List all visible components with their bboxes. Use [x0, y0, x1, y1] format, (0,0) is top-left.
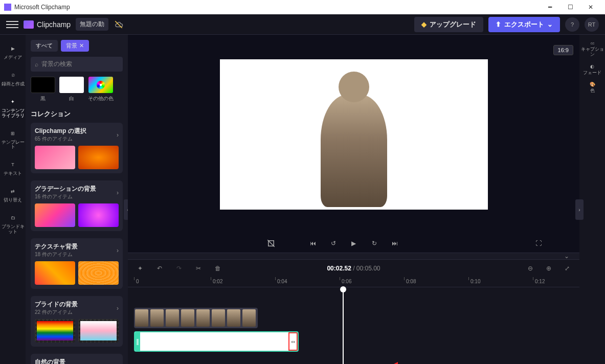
timeline-toolbar: ✦ ↶ ↷ ✂ 🗑 00:02.52 / 00:05.00 ⊖ ⊕ ⤢ [128, 260, 579, 277]
collections-header: コレクション [26, 105, 128, 121]
nav-transitions[interactable]: ⇄切り替え [0, 184, 26, 206]
close-button[interactable]: ✕ [580, 0, 601, 14]
window-title: Microsoft Clipchamp [14, 4, 540, 11]
fullscreen-button[interactable]: ⛶ [532, 237, 545, 249]
collection-nature-bg[interactable]: 自然の背景16 件のアイテム› [31, 354, 123, 364]
chevron-down-icon: ⌄ [547, 20, 553, 28]
track-clip-video[interactable] [134, 308, 258, 328]
sync-status-icon[interactable] [114, 20, 124, 29]
timeline-ruler[interactable]: 0 0:02 0:04 0:06 0:08 0:10 0:12 [128, 277, 579, 287]
timeline-expand-toggle[interactable]: ⌄ [128, 253, 579, 260]
help-button[interactable]: ? [565, 17, 579, 32]
inspector-color[interactable]: 🎨色 [590, 82, 595, 94]
right-inspector-rail: ㏄キャプション ◐フェード 🎨色 › [579, 35, 605, 364]
collection-gradient-bg[interactable]: グラデーションの背景16 件のアイテム› [31, 180, 123, 231]
user-avatar[interactable]: RT [585, 17, 599, 32]
skip-start-button[interactable]: ⏮ [307, 237, 319, 249]
swatch-black[interactable]: 黒 [31, 77, 55, 102]
cc-icon: ㏄ [590, 41, 595, 46]
clip-handle-right[interactable]: ⇔ [288, 332, 298, 351]
nav-record[interactable]: ⎚録画と作成 [0, 67, 26, 90]
camera-icon: ⎚ [8, 71, 18, 81]
search-placeholder: 背景の検索 [41, 60, 72, 69]
forward-button[interactable]: ↻ [368, 237, 380, 249]
chevron-right-icon: › [117, 305, 119, 312]
preview-content-cat [321, 95, 387, 207]
brand-logo[interactable]: Clipchamp [24, 20, 71, 29]
app-icon [4, 4, 11, 11]
zoom-out-button[interactable]: ⊖ [524, 262, 536, 275]
annotation-arrow [392, 359, 423, 364]
inspector-captions[interactable]: ㏄キャプション [579, 41, 605, 57]
timecode-display: 00:02.52 / 00:05.00 [327, 265, 380, 272]
nav-media[interactable]: ▶メディア [0, 41, 26, 63]
filter-chip-background[interactable]: 背景✕ [61, 40, 89, 52]
playback-controls: ⏮ ↺ ▶ ↻ ⏭ ⛶ [128, 234, 579, 253]
aspect-ratio-selector[interactable]: 16:9 [553, 45, 573, 55]
search-icon: ⌕ [35, 61, 38, 68]
chevron-right-icon: › [117, 189, 119, 196]
content-panel: すべて 背景✕ ⌕ 背景の検索 黒 白 その他の色 コレクション Clipcha… [26, 35, 128, 364]
redo-button[interactable]: ↷ [173, 262, 185, 275]
rewind-button[interactable]: ↺ [327, 237, 340, 249]
collapse-inspector-button[interactable]: › [575, 199, 584, 220]
magic-button[interactable]: ✦ [134, 262, 146, 275]
inspector-fade[interactable]: ◐フェード [583, 64, 601, 76]
search-input[interactable]: ⌕ 背景の検索 [31, 57, 123, 72]
clip-handle-left[interactable]: ‖ [135, 332, 140, 351]
transitions-icon: ⇄ [8, 187, 18, 197]
nav-text[interactable]: Tテキスト [0, 157, 26, 179]
collection-pride-bg[interactable]: プライドの背景22 件のアイテム› [31, 296, 123, 347]
brandkit-icon: 🗀 [8, 213, 18, 223]
menu-button[interactable] [6, 18, 18, 31]
fit-timeline-button[interactable]: ⤢ [561, 262, 573, 275]
timeline-tracks[interactable]: ‖ ⇔ [128, 287, 579, 355]
close-icon[interactable]: ✕ [79, 42, 84, 49]
split-button[interactable]: ✂ [192, 262, 205, 275]
text-icon: T [8, 160, 18, 170]
templates-icon: ⊞ [8, 129, 18, 139]
diamond-icon: ◆ [421, 20, 427, 28]
left-nav-rail: ▶メディア ⎚録画と作成 ✦コンテンツライブラリ ⊞テンプレート Tテキスト ⇄… [0, 35, 26, 364]
clipchamp-icon [24, 20, 34, 29]
minimize-button[interactable]: ━ [540, 0, 560, 14]
nav-content-library[interactable]: ✦コンテンツライブラリ [0, 94, 26, 122]
timeline-playhead[interactable] [343, 290, 344, 364]
collection-texture-bg[interactable]: テクスチャ背景18 件のアイテム› [31, 238, 123, 289]
palette-icon: 🎨 [590, 82, 595, 87]
upgrade-button[interactable]: ◆ アップグレード [414, 17, 483, 32]
undo-button[interactable]: ↶ [153, 262, 166, 275]
skip-end-button[interactable]: ⏭ [389, 237, 401, 249]
swatch-other-colors[interactable]: その他の色 [88, 77, 114, 102]
chevron-right-icon: › [117, 362, 119, 365]
nav-brandkit[interactable]: 🗀ブランドキット [0, 210, 26, 238]
chevron-right-icon: › [117, 131, 119, 139]
maximize-button[interactable]: ☐ [560, 0, 580, 14]
editor-center: 16:9 ⏮ ↺ ▶ ↻ ⏭ ⛶ ⌄ ✦ ↶ ↷ ✂ 🗑 00: [128, 35, 579, 364]
zoom-in-button[interactable]: ⊕ [543, 262, 555, 275]
media-icon: ▶ [8, 44, 18, 54]
brand-label: Clipchamp [37, 20, 71, 29]
library-icon: ✦ [8, 97, 18, 107]
export-button[interactable]: ⬆ エクスポート ⌄ [488, 17, 560, 32]
collapse-panel-button[interactable]: ‹ [124, 199, 128, 220]
crop-button[interactable] [265, 237, 277, 249]
collection-clipchamp-picks[interactable]: Clipchamp の選択65 件のアイテム› [31, 123, 123, 173]
timeline-area: ✦ ↶ ↷ ✂ 🗑 00:02.52 / 00:05.00 ⊖ ⊕ ⤢ 0 0:… [128, 260, 579, 364]
swatch-white[interactable]: 白 [59, 77, 84, 102]
upload-icon: ⬆ [496, 20, 501, 28]
delete-split-button[interactable]: 🗑 [212, 262, 224, 275]
app-header: Clipchamp 無題の動 ◆ アップグレード ⬆ エクスポート ⌄ ? RT [0, 14, 605, 35]
track-clip-background[interactable]: ‖ ⇔ [134, 331, 299, 352]
upgrade-label: アップグレード [430, 20, 476, 29]
nav-templates[interactable]: ⊞テンプレート [0, 126, 26, 153]
play-button[interactable]: ▶ [348, 237, 360, 249]
filter-chip-all[interactable]: すべて [31, 40, 58, 52]
video-preview-canvas[interactable] [220, 59, 488, 210]
chevron-right-icon: › [117, 247, 119, 254]
export-label: エクスポート [504, 20, 544, 29]
fade-icon: ◐ [590, 64, 594, 70]
window-titlebar: Microsoft Clipchamp ━ ☐ ✕ [0, 0, 605, 14]
project-name-input[interactable]: 無題の動 [76, 18, 108, 31]
